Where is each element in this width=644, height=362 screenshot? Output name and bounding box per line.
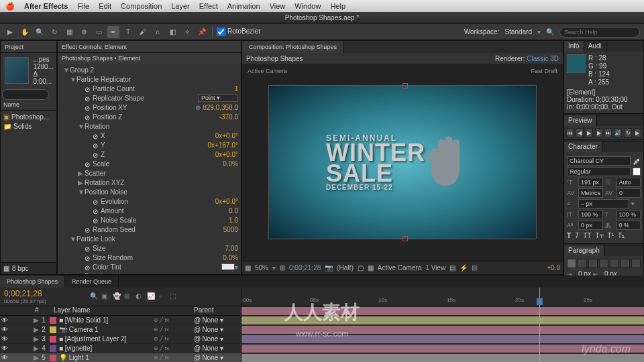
- superscript-button[interactable]: T¹: [608, 232, 614, 239]
- layer-row[interactable]: 👁▶5💡 Light 1⊕ ╱ fx@ None ▾: [0, 353, 241, 362]
- layer-row[interactable]: 👁▶1■ [White Solid 1]⊕ ╱ fx@ None ▾: [0, 316, 241, 325]
- project-item[interactable]: 📁Solids: [2, 121, 55, 131]
- effect-property-row[interactable]: ⊘X0x+0.0°: [60, 131, 238, 140]
- property-value[interactable]: 1.0: [229, 217, 238, 224]
- menu-edit[interactable]: Edit: [99, 2, 111, 10]
- property-value[interactable]: 5000: [223, 226, 238, 233]
- search-icon[interactable]: 🔍: [90, 292, 99, 302]
- property-value[interactable]: 0x+0.0°: [215, 198, 238, 205]
- kerning-dropdown[interactable]: Metrics: [578, 188, 603, 198]
- parent-pickwhip-icon[interactable]: @: [194, 345, 201, 352]
- name-col[interactable]: Layer Name: [44, 306, 154, 315]
- property-value[interactable]: 7.00: [225, 245, 238, 252]
- property-value[interactable]: 0.0%: [223, 254, 238, 261]
- layer-switches[interactable]: ⊕ ╱ fx: [154, 345, 194, 351]
- views-dropdown[interactable]: 1 View: [425, 264, 445, 272]
- timecode-display[interactable]: 0;00;21;28: [4, 289, 83, 298]
- effect-property-row[interactable]: ⊘Particle Count1: [60, 84, 238, 93]
- prev-frame-button[interactable]: ◀: [576, 128, 583, 137]
- effect-property-row[interactable]: ⊘Size7.00: [60, 243, 238, 253]
- clone-tool-icon[interactable]: ⎌: [152, 26, 164, 38]
- font-dropdown[interactable]: Charcoal CY: [567, 156, 631, 166]
- effect-property-row[interactable]: ⊘Evolution0x+0.0°: [60, 196, 238, 206]
- hscale-input[interactable]: 100 %: [616, 210, 641, 219]
- project-tab[interactable]: Project: [1, 41, 56, 53]
- align-left-button[interactable]: [567, 259, 576, 268]
- twirl-icon[interactable]: ▶: [78, 273, 85, 275]
- justify-all-button[interactable]: [631, 259, 641, 268]
- effect-property-row[interactable]: ⊘Position XY⊕829.0,358.0: [60, 103, 238, 112]
- paragraph-tab[interactable]: Paragraph: [564, 245, 604, 256]
- fill-swatch[interactable]: [633, 168, 641, 176]
- layer-switches[interactable]: ⊕ ╱ fx: [154, 317, 194, 323]
- menu-animation[interactable]: Animation: [227, 2, 260, 10]
- layer-switches[interactable]: ⊕ ╱ fx: [154, 336, 194, 342]
- eyedropper-icon[interactable]: 💉: [633, 158, 641, 165]
- faux-italic-button[interactable]: T: [575, 232, 579, 239]
- comp-tab[interactable]: Composition: Photoshop Shapes: [242, 41, 344, 53]
- effect-property-row[interactable]: ▼Group 2: [60, 65, 238, 74]
- search-help-input[interactable]: [559, 27, 640, 38]
- composition-canvas[interactable]: SEMI-ANNUAL WINTER SALE DECEMBER 15-22: [268, 85, 537, 239]
- visibility-toggle[interactable]: 👁: [0, 316, 9, 324]
- effect-property-row[interactable]: ⊘Noise Scale1.0: [60, 215, 238, 225]
- draft3d-icon[interactable]: ⬚: [170, 292, 179, 302]
- effect-property-row[interactable]: ⊘Amount0.0: [60, 206, 238, 215]
- hand-tool-icon[interactable]: ✋: [19, 26, 31, 38]
- comp-viewer[interactable]: Active Camera Fast Draft SEMI-ANNUAL WIN…: [242, 64, 563, 261]
- property-value[interactable]: 1: [234, 85, 238, 93]
- stopwatch-icon[interactable]: ⊘: [85, 95, 91, 101]
- camera-tool-icon[interactable]: ▦: [63, 26, 75, 38]
- layer-row[interactable]: 👁▶4■ [vignette]⊕ ╱ fx@ None ▾: [0, 344, 241, 353]
- next-frame-button[interactable]: ▶: [595, 128, 602, 137]
- pen-tool-icon[interactable]: ✒: [107, 26, 119, 38]
- puppet-tool-icon[interactable]: 📌: [196, 26, 208, 38]
- project-search[interactable]: [2, 89, 49, 100]
- audio-button[interactable]: 🔊: [614, 128, 622, 137]
- effect-property-row[interactable]: ⊘Replicator ShapePoint ▾: [60, 93, 238, 103]
- tracking-input[interactable]: 0: [616, 188, 641, 198]
- justify-last-center-button[interactable]: [610, 259, 619, 268]
- comp-strip-tab[interactable]: Photoshop Shapes: [246, 55, 303, 62]
- info-tab[interactable]: Info: [564, 41, 584, 52]
- stopwatch-icon[interactable]: ⊘: [93, 208, 99, 214]
- effect-property-row[interactable]: ▶Scatter: [60, 168, 238, 178]
- apple-icon[interactable]: 🍎: [5, 2, 15, 11]
- property-value[interactable]: 0.0%: [223, 160, 238, 168]
- property-value[interactable]: 0.0: [229, 207, 238, 215]
- project-item[interactable]: ▣Photoshop...: [2, 112, 55, 121]
- transparency-icon[interactable]: ▦: [368, 264, 374, 272]
- stopwatch-icon[interactable]: ⊘: [93, 133, 99, 139]
- character-tab[interactable]: Character: [564, 141, 602, 152]
- menu-file[interactable]: File: [77, 2, 89, 10]
- parent-dropdown[interactable]: None ▾: [202, 335, 223, 343]
- 3d-view-dropdown[interactable]: Active Camera: [378, 264, 422, 272]
- visibility-toggle[interactable]: 👁: [0, 335, 9, 343]
- brush-tool-icon[interactable]: 🖌: [137, 26, 149, 38]
- property-value[interactable]: 0x+0.0°: [215, 132, 238, 139]
- layer-switches[interactable]: ⊕ ╱ fx: [154, 355, 194, 361]
- menu-window[interactable]: Window: [294, 2, 321, 10]
- rotobezier-checkbox[interactable]: RotoBezier: [217, 27, 260, 36]
- audio-tab[interactable]: Audi: [584, 41, 606, 52]
- label-color[interactable]: [50, 345, 56, 352]
- font-size-input[interactable]: 191 px: [578, 178, 603, 187]
- timeline-tab[interactable]: Photoshop Shapes: [0, 276, 65, 288]
- stopwatch-icon[interactable]: ⊘: [85, 255, 91, 261]
- stopwatch-icon[interactable]: ⊘: [85, 105, 91, 111]
- time-display[interactable]: 0;00;21;28: [289, 264, 321, 272]
- justify-last-left-button[interactable]: [599, 259, 608, 268]
- parent-dropdown[interactable]: None ▾: [202, 316, 223, 324]
- color-swatch[interactable]: [221, 263, 235, 270]
- subscript-button[interactable]: T₁: [618, 232, 625, 239]
- twirl-icon[interactable]: ▶: [78, 179, 85, 186]
- timeline-icon[interactable]: ⊟: [472, 264, 477, 272]
- label-color[interactable]: [50, 336, 56, 343]
- panbehind-tool-icon[interactable]: ⊕: [78, 26, 90, 38]
- visibility-toggle[interactable]: 👁: [0, 354, 9, 361]
- twirl-icon[interactable]: ▼: [78, 188, 85, 196]
- faux-bold-button[interactable]: T: [567, 232, 571, 239]
- property-dropdown[interactable]: Point ▾: [198, 94, 238, 102]
- stopwatch-icon[interactable]: ⊘: [85, 264, 91, 270]
- stopwatch-icon[interactable]: ⊘: [85, 86, 91, 92]
